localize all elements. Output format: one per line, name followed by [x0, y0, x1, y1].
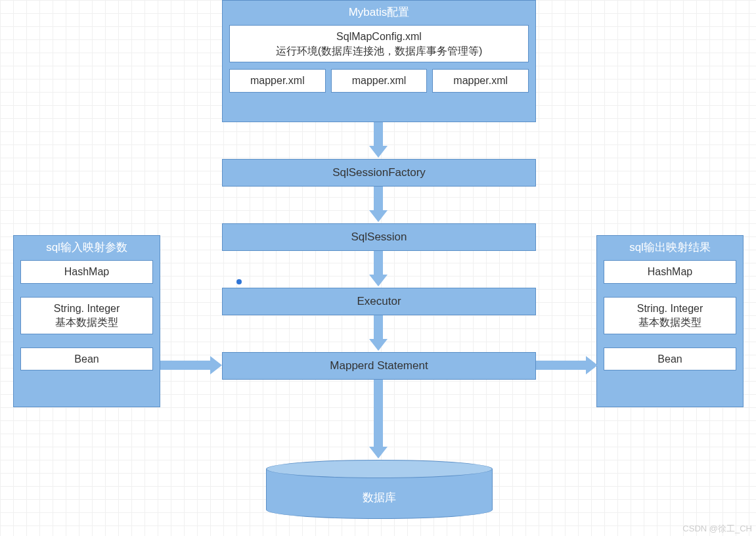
output-hashmap-box: HashMap	[604, 260, 736, 284]
output-bean-box: Bean	[604, 347, 736, 371]
mapper-box-2: mapper.xml	[331, 69, 428, 93]
connector-dot	[236, 279, 242, 284]
arrow-down-5	[369, 380, 388, 458]
executor-box: Executor	[222, 288, 536, 315]
input-mapping-panel: sql输入映射参数 HashMap String. Integer 基本数据类型…	[13, 235, 160, 407]
sqlmapconfig-line2: 运行环境(数据库连接池，数据库事务管理等)	[235, 44, 523, 58]
input-basic-line1: String. Integer	[26, 302, 147, 316]
input-hashmap-box: HashMap	[20, 260, 153, 284]
mapper-row: mapper.xml mapper.xml mapper.xml	[229, 69, 529, 93]
sqlsession-label: SqlSession	[351, 231, 407, 244]
mybatis-config-title: Mybatis配置	[223, 1, 535, 25]
arrow-left-to-center	[160, 356, 222, 374]
input-bean-box: Bean	[20, 347, 153, 371]
input-basic-line2: 基本数据类型	[26, 315, 147, 330]
sqlmapconfig-box: SqlMapConfig.xml 运行环境(数据库连接池，数据库事务管理等)	[229, 25, 529, 62]
arrow-down-3	[369, 251, 388, 286]
mapper-box-3: mapper.xml	[432, 69, 529, 93]
mybatis-config-panel: Mybatis配置 SqlMapConfig.xml 运行环境(数据库连接池，数…	[222, 0, 536, 122]
output-basic-box: String. Integer 基本数据类型	[604, 297, 736, 334]
executor-label: Executor	[357, 295, 401, 308]
database-label: 数据库	[266, 490, 493, 505]
arrow-center-to-right	[536, 356, 598, 374]
mapper-box-1: mapper.xml	[229, 69, 326, 93]
sqlsessionfactory-label: SqlSessionFactory	[332, 166, 426, 179]
output-mapping-panel: sql输出映射结果 HashMap String. Integer 基本数据类型…	[596, 235, 744, 407]
watermark-text: CSDN @徐工_CH	[682, 523, 752, 535]
sqlmapconfig-line1: SqlMapConfig.xml	[235, 30, 523, 44]
input-mapping-title: sql输入映射参数	[14, 236, 160, 260]
arrow-down-4	[369, 315, 388, 351]
mapped-statement-box: Mapperd Statement	[222, 352, 536, 380]
sqlsessionfactory-box: SqlSessionFactory	[222, 159, 536, 187]
output-basic-line2: 基本数据类型	[610, 315, 730, 330]
arrow-down-1	[369, 122, 388, 158]
mapped-statement-label: Mapperd Statement	[330, 359, 428, 372]
arrow-down-2	[369, 187, 388, 222]
output-mapping-title: sql输出映射结果	[597, 236, 743, 260]
database-cylinder: 数据库	[266, 460, 493, 519]
input-basic-box: String. Integer 基本数据类型	[20, 297, 153, 334]
output-basic-line1: String. Integer	[610, 302, 730, 316]
sqlsession-box: SqlSession	[222, 223, 536, 251]
